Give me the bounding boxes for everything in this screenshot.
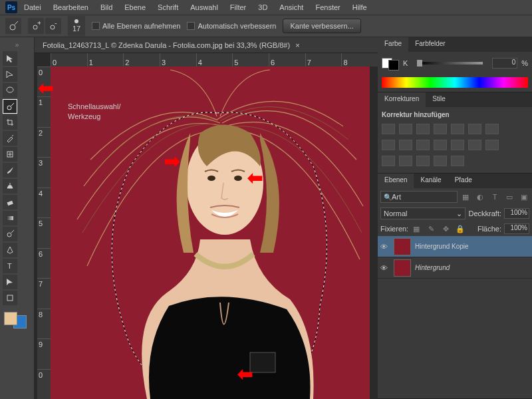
percent-label: % (521, 59, 528, 67)
foreground-color[interactable] (4, 312, 17, 325)
filter-shape-icon[interactable]: ▭ (504, 192, 515, 202)
checkbox-all-layers[interactable]: Alle Ebenen aufnehmen (92, 22, 180, 30)
lookup-icon[interactable] (434, 140, 447, 150)
menu-bearbeiten[interactable]: Bearbeiten (48, 1, 94, 14)
menu-hilfe[interactable]: Hilfe (347, 1, 372, 14)
menu-ebene[interactable]: Ebene (119, 1, 151, 14)
k-slider[interactable] (417, 62, 483, 65)
shape-tool[interactable] (3, 291, 17, 305)
layer-thumbnail[interactable] (394, 259, 411, 277)
channel-mixer-icon[interactable] (416, 140, 430, 150)
layer-name[interactable]: Hintergrund (415, 264, 450, 271)
tab-pfade[interactable]: Pfade (448, 174, 479, 188)
menu-bild[interactable]: Bild (95, 1, 118, 14)
lock-paint-icon[interactable]: ✎ (426, 223, 436, 234)
type-tool[interactable]: T (3, 259, 17, 273)
layer-filter-kind[interactable]: 🔍 Art (380, 191, 458, 203)
gradient-tool[interactable] (3, 211, 17, 225)
bw-icon[interactable] (382, 140, 395, 150)
adj-icon[interactable] (451, 156, 464, 166)
tab-ebenen[interactable]: Ebenen (378, 174, 414, 188)
photo-filter-icon[interactable] (399, 140, 412, 150)
lock-position-icon[interactable]: ✥ (440, 223, 451, 234)
menu-filter[interactable]: Filter (225, 1, 251, 14)
brightness-icon[interactable] (382, 124, 395, 134)
k-value-input[interactable]: 0 (492, 58, 517, 68)
selection-add-icon[interactable]: + (28, 18, 44, 34)
menu-ansicht[interactable]: Ansicht (274, 1, 309, 14)
lock-all-icon[interactable]: 🔒 (455, 223, 466, 234)
menubar: Ps Datei Bearbeiten Bild Ebene Schrift A… (0, 0, 532, 15)
levels-icon[interactable] (399, 124, 412, 134)
filter-smart-icon[interactable]: ▣ (519, 192, 529, 202)
clone-stamp-tool[interactable] (3, 179, 17, 194)
menu-auswahl[interactable]: Auswahl (185, 1, 223, 14)
fill-input[interactable]: 100% (504, 223, 529, 234)
colorbalance-icon[interactable] (485, 124, 499, 134)
quick-selection-tool[interactable] (3, 99, 17, 114)
tab-korrekturen[interactable]: Korrekturen (378, 92, 426, 107)
document-tab[interactable]: Fotolia_12463713_L © Zdenka Darula - Fot… (35, 37, 378, 53)
checkbox-auto-enhance[interactable]: Automatisch verbessern (187, 22, 276, 30)
brush-size-picker[interactable]: 17 (68, 16, 85, 36)
layer-item[interactable]: 👁 Hintergrund Kopie (378, 236, 532, 257)
brush-tool[interactable] (3, 163, 17, 178)
eraser-tool[interactable] (3, 195, 17, 209)
menu-datei[interactable]: Datei (19, 1, 47, 14)
color-swatch-pair[interactable] (382, 56, 399, 70)
visibility-icon[interactable]: 👁 (380, 243, 390, 251)
selection-subtract-icon[interactable]: - (45, 18, 61, 34)
adj-icon[interactable] (434, 156, 447, 166)
path-select-tool[interactable] (3, 275, 17, 289)
layer-thumbnail[interactable] (394, 238, 411, 255)
menu-fenster[interactable]: Fenster (310, 1, 345, 14)
crop-tool[interactable] (3, 115, 17, 130)
svg-line-8 (11, 103, 14, 106)
ruler-vertical: 01234567890 (37, 66, 51, 399)
color-swatch[interactable] (3, 312, 29, 329)
tab-farbfelder[interactable]: Farbfelder (408, 37, 452, 52)
tab-farbe[interactable]: Farbe (378, 37, 408, 52)
svg-text:+: + (37, 21, 41, 27)
opacity-input[interactable]: 100% (504, 208, 529, 219)
menu-schrift[interactable]: Schrift (152, 1, 184, 14)
gradient-map-icon[interactable] (382, 156, 395, 166)
dodge-tool[interactable] (3, 227, 17, 241)
filter-type-icon[interactable]: T (489, 192, 500, 202)
color-spectrum[interactable] (382, 77, 528, 88)
hue-icon[interactable] (468, 124, 481, 134)
adj-icon[interactable] (416, 156, 430, 166)
tab-stile[interactable]: Stile (426, 92, 452, 107)
lock-transparent-icon[interactable]: ▦ (411, 223, 422, 234)
refine-edge-button[interactable]: Kante verbessern... (283, 19, 360, 33)
filter-adjust-icon[interactable]: ◐ (475, 192, 485, 202)
healing-brush-tool[interactable] (3, 147, 17, 162)
canvas-area: Fotolia_12463713_L © Zdenka Darula - Fot… (35, 37, 378, 399)
svg-point-0 (10, 25, 15, 30)
posterize-icon[interactable] (468, 140, 481, 150)
pen-tool[interactable] (3, 243, 17, 257)
lasso-tool[interactable] (3, 83, 17, 98)
curves-icon[interactable] (416, 124, 430, 134)
blend-mode-select[interactable]: Normal⌄ (380, 207, 466, 219)
threshold-icon[interactable] (485, 140, 499, 150)
vibrance-icon[interactable] (451, 124, 464, 134)
menu-3d[interactable]: 3D (253, 1, 273, 14)
current-tool-icon[interactable] (5, 18, 21, 34)
close-icon[interactable]: × (295, 41, 299, 49)
svg-point-21 (207, 176, 215, 181)
selective-color-icon[interactable] (399, 156, 412, 166)
exposure-icon[interactable] (434, 124, 447, 134)
visibility-icon[interactable]: 👁 (380, 264, 390, 272)
layer-name[interactable]: Hintergrund Kopie (415, 243, 469, 250)
svg-text:-: - (55, 21, 57, 27)
layer-item[interactable]: 👁 Hintergrund (378, 257, 532, 279)
tab-kanaele[interactable]: Kanäle (414, 174, 448, 188)
invert-icon[interactable] (451, 140, 464, 150)
filter-pixel-icon[interactable]: ▦ (460, 192, 471, 202)
direct-select-tool[interactable] (3, 67, 17, 82)
svg-text:T: T (7, 262, 12, 270)
layer-list: 👁 Hintergrund Kopie 👁 Hintergrund (378, 236, 532, 279)
move-tool[interactable] (3, 51, 17, 66)
eyedropper-tool[interactable] (3, 131, 17, 146)
